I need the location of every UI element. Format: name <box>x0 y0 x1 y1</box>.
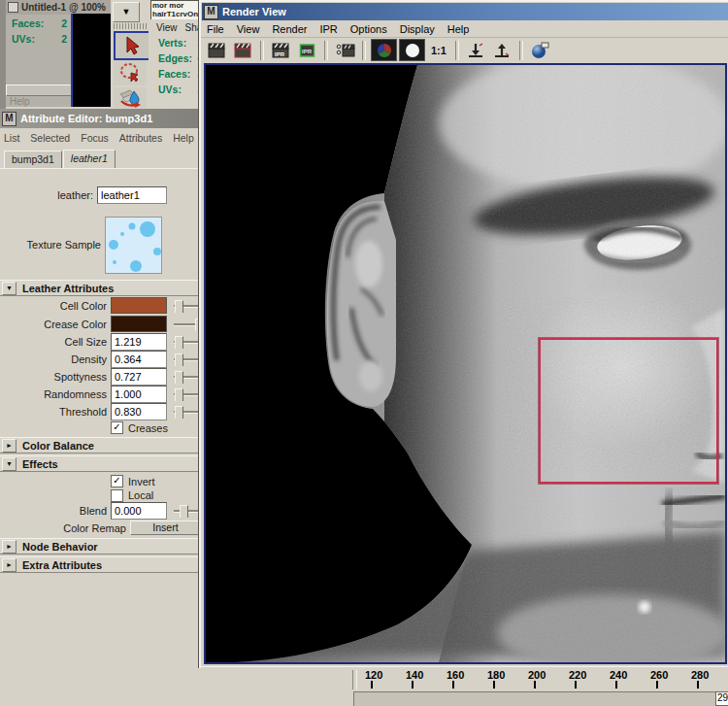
node-behavior-title: Node Behavior <box>22 541 98 553</box>
randomness-input[interactable] <box>111 386 167 403</box>
remove-image-arrow-icon <box>493 43 511 58</box>
rv-menu-file[interactable]: File <box>207 23 224 35</box>
leather-field-label: leather: <box>0 189 97 201</box>
toolbox-drag-handle[interactable] <box>114 23 147 29</box>
render-view-titlebar[interactable]: M Render View <box>202 3 728 20</box>
density-slider[interactable] <box>174 353 201 366</box>
cell-size-input[interactable] <box>111 333 167 351</box>
ae-menu-focus[interactable]: Focus <box>81 132 109 144</box>
note-line1: mor mor <box>152 1 203 10</box>
ipr-render-button[interactable]: IPR <box>269 40 293 60</box>
rv-menu-ipr[interactable]: IPR <box>319 23 337 35</box>
rv-menu-view[interactable]: View <box>237 23 260 35</box>
effects-section-toggle[interactable]: ▼ <box>2 457 17 471</box>
render-globals-button[interactable] <box>528 40 552 60</box>
redo-previous-render-button[interactable] <box>231 40 255 60</box>
render-clapper-icon <box>208 43 226 58</box>
density-input[interactable] <box>111 351 167 368</box>
render-current-frame-button[interactable] <box>205 40 229 60</box>
invert-checkbox[interactable] <box>111 475 123 487</box>
uvs-value: 2 <box>61 33 67 45</box>
toolbar-separator <box>362 41 366 60</box>
redo-render-clapper-icon <box>234 43 252 58</box>
extra-attributes-title: Extra Attributes <box>22 559 102 571</box>
lasso-tool-button[interactable] <box>114 60 147 85</box>
local-checkbox[interactable] <box>111 489 123 502</box>
remove-image-button[interactable] <box>490 40 514 60</box>
panel-divider <box>6 84 73 96</box>
spottyness-slider[interactable] <box>174 370 201 384</box>
cell-size-slider[interactable] <box>174 335 201 349</box>
toolbar-separator <box>455 41 459 60</box>
leather-attributes-title: Leather Attributes <box>22 283 114 294</box>
ae-menu-selected[interactable]: Selected <box>30 132 70 144</box>
lasso-icon <box>118 61 142 84</box>
ipr-region-rect[interactable] <box>539 338 718 484</box>
threshold-slider[interactable] <box>174 405 201 419</box>
help-menu-item[interactable]: Help <box>10 96 30 107</box>
attribute-editor-title: Attribute Editor: bump3d1 <box>20 113 152 124</box>
texture-sample-label: Texture Sample <box>0 239 105 251</box>
verts-label: Verts: <box>158 37 186 49</box>
color-balance-section-toggle[interactable]: ► <box>2 439 17 453</box>
node-behavior-section-toggle[interactable]: ► <box>2 540 17 554</box>
maya-icon: M <box>2 112 17 126</box>
ipr-update-button[interactable]: IPR <box>295 40 319 60</box>
creases-checkbox[interactable] <box>111 421 123 434</box>
leather-name-input[interactable] <box>97 186 167 204</box>
effects-title: Effects <box>22 458 58 470</box>
untitled-window-titlebar[interactable]: Untitled-1 @ 100% <box>6 0 112 15</box>
local-checkbox-label: Local <box>128 489 153 501</box>
svg-text:IPR: IPR <box>275 50 285 56</box>
frame-value-field[interactable]: 29 <box>715 691 728 706</box>
texture-sample-swatch[interactable] <box>105 217 162 274</box>
window-icon <box>8 2 18 13</box>
toolbar-separator <box>324 41 328 60</box>
threshold-input[interactable] <box>111 403 167 420</box>
cell-color-swatch[interactable] <box>111 297 167 314</box>
randomness-slider[interactable] <box>174 387 201 401</box>
crease-color-swatch[interactable] <box>111 316 167 332</box>
extra-attributes-section-toggle[interactable]: ► <box>2 558 17 572</box>
faces-hud-label: Faces: <box>158 68 190 80</box>
render-image-area[interactable] <box>204 63 727 664</box>
rv-menu-help[interactable]: Help <box>447 23 470 35</box>
frame-ruler[interactable]: 120 140 160 180 200 220 240 260 280 <box>359 669 721 690</box>
color-remap-insert-button[interactable]: Insert <box>130 521 201 535</box>
rgb-channels-icon <box>376 42 393 59</box>
tick-160: 160 <box>441 669 481 681</box>
creases-checkbox-label: Creases <box>128 422 168 434</box>
range-slider-bar[interactable] <box>353 691 723 706</box>
spottyness-input[interactable] <box>111 368 167 386</box>
crease-color-slider[interactable] <box>174 318 201 331</box>
blend-input[interactable] <box>111 502 167 520</box>
paint-select-tool-button[interactable] <box>114 87 147 108</box>
show-rgb-channels-button[interactable] <box>371 39 397 61</box>
hud-view-menu[interactable]: View <box>156 22 178 33</box>
tick-120: 120 <box>359 669 400 681</box>
edges-label: Edges: <box>158 52 192 64</box>
rv-menu-options[interactable]: Options <box>350 23 387 35</box>
attribute-editor-titlebar[interactable]: M Attribute Editor: bump3d1 <box>0 109 201 128</box>
rv-menu-display[interactable]: Display <box>400 23 435 35</box>
attribute-editor-panel: M Attribute Editor: bump3d1 List Selecte… <box>0 109 201 706</box>
snapshot-button[interactable] <box>333 40 357 60</box>
actual-size-button[interactable]: 1:1 <box>427 45 450 56</box>
color-balance-title: Color Balance <box>22 440 94 452</box>
tab-leather1[interactable]: leather1 <box>63 150 116 168</box>
tab-bump3d1[interactable]: bump3d1 <box>4 151 62 168</box>
keep-image-button[interactable] <box>464 40 488 60</box>
blend-slider[interactable] <box>174 504 201 518</box>
toolbox-dropdown-button[interactable]: ▼ <box>113 2 140 22</box>
threshold-label: Threshold <box>0 406 111 418</box>
ipr-update-icon: IPR <box>299 43 315 58</box>
crease-color-label: Crease Color <box>0 319 111 330</box>
rv-menu-render[interactable]: Render <box>272 23 307 35</box>
ae-menu-help[interactable]: Help <box>173 132 194 144</box>
show-alpha-channel-button[interactable] <box>399 39 425 61</box>
leather-section-toggle[interactable]: ▼ <box>2 282 17 295</box>
ae-menu-attributes[interactable]: Attributes <box>119 132 162 144</box>
ae-menu-list[interactable]: List <box>4 132 19 144</box>
cell-color-slider[interactable] <box>174 299 201 313</box>
select-tool-button[interactable] <box>114 31 150 60</box>
